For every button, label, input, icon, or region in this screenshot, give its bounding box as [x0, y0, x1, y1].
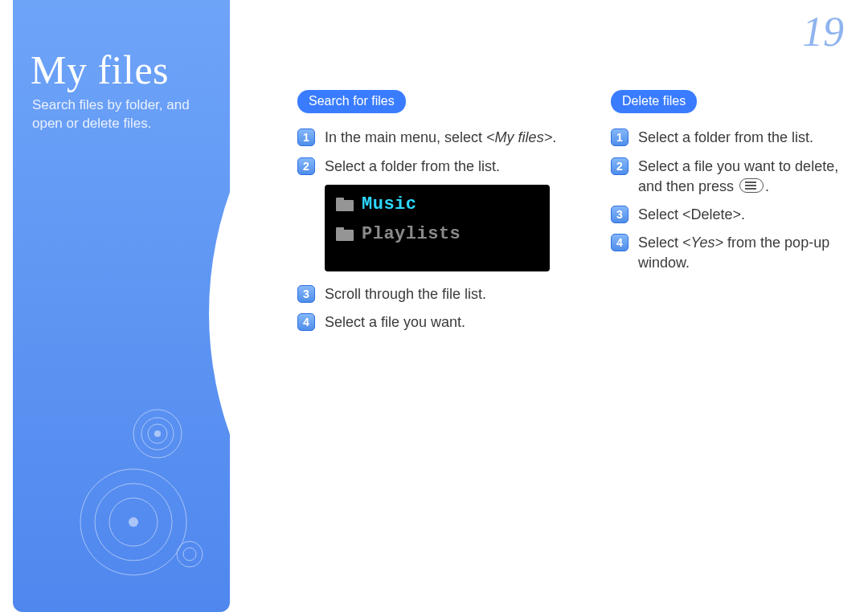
step-item: 1 Select a folder from the list. [611, 128, 852, 148]
section-search-files: Search for files 1 In the main menu, sel… [297, 90, 587, 341]
svg-point-8 [154, 430, 161, 437]
menu-key-icon [739, 178, 764, 193]
device-item-label: Playlists [362, 222, 461, 247]
step-text: Scroll through the file list. [325, 286, 486, 302]
step-text: Select a file you want. [325, 314, 465, 330]
svg-point-2 [133, 410, 182, 458]
section-heading-delete: Delete files [611, 90, 697, 113]
section-heading-search: Search for files [297, 90, 406, 113]
sidebar-panel: My files Search files by folder, and ope… [13, 0, 230, 612]
svg-point-4 [95, 483, 172, 561]
step-text: Select a folder from the list. [638, 129, 813, 145]
step-item: 3 Scroll through the file list. [297, 284, 587, 304]
step-text: Select <Delete>. [638, 206, 745, 222]
step-item: 4 Select <Yes> from the pop-up window. [611, 233, 852, 273]
device-item-label: Music [362, 193, 417, 218]
step-item: 2 Select a folder from the list. [297, 157, 587, 177]
page-title: My files [31, 47, 169, 93]
step-number-icon: 4 [611, 234, 628, 251]
step-text: Select <Yes> from the pop-up window. [638, 235, 829, 271]
step-number-icon: 3 [611, 206, 628, 223]
step-item: 2 Select a file you want to delete, and … [611, 157, 852, 197]
svg-point-5 [80, 469, 186, 575]
folder-icon [336, 198, 354, 211]
svg-point-6 [183, 548, 196, 561]
steps-list-delete: 1 Select a folder from the list. 2 Selec… [611, 128, 852, 273]
step-text: Select a folder from the list. [325, 158, 500, 174]
step-number-icon: 2 [297, 157, 315, 175]
step-number-icon: 4 [297, 313, 315, 331]
svg-point-9 [129, 517, 138, 527]
page-number: 19 [802, 8, 844, 55]
svg-point-1 [141, 418, 174, 450]
step-text: Select a file you want to delete, and th… [638, 158, 838, 194]
step-item: 3 Select <Delete>. [611, 205, 852, 225]
svg-point-3 [109, 498, 158, 546]
page-subtitle: Search files by folder, and open or dele… [32, 96, 217, 133]
device-screen-mock: Music Playlists [325, 185, 550, 271]
svg-point-0 [148, 424, 167, 443]
step-number-icon: 1 [611, 129, 628, 146]
section-delete-files: Delete files 1 Select a folder from the … [611, 90, 852, 282]
step-number-icon: 1 [297, 129, 315, 146]
steps-list-search-cont: 3 Scroll through the file list. 4 Select… [297, 284, 587, 333]
svg-point-7 [177, 541, 203, 567]
step-item: 1 In the main menu, select <My files>. [297, 128, 587, 148]
step-number-icon: 2 [611, 157, 628, 175]
step-text: In the main menu, select <My files>. [325, 129, 556, 145]
step-item: 4 Select a file you want. [297, 312, 587, 333]
step-number-icon: 3 [297, 285, 315, 303]
device-list-item: Playlists [336, 222, 538, 247]
folder-icon [336, 228, 354, 241]
steps-list-search: 1 In the main menu, select <My files>. 2… [297, 128, 587, 176]
device-list-item: Music [336, 193, 538, 218]
